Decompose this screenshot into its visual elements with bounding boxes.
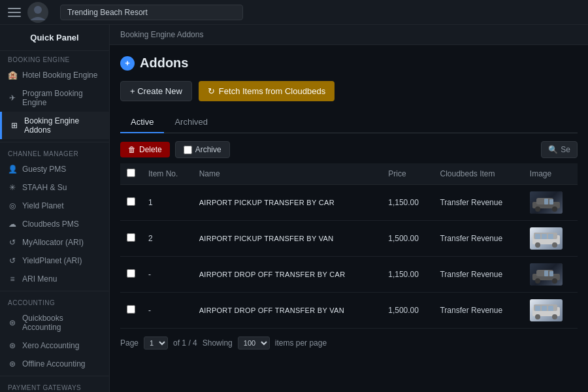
sidebar-label: Program Booking Engine	[22, 89, 101, 107]
sidebar-item-yieldplanet-ari[interactable]: ↺ YieldPlanet (ARI)	[0, 252, 109, 270]
fetch-cloudbeds-button[interactable]: ↻ Fetch Items from Cloudbeds	[199, 81, 335, 101]
sidebar-label: Quickbooks Accounting	[22, 314, 101, 332]
star-icon: ✳	[8, 183, 17, 192]
row-name: AIRPORT PICKUP TRANSFER BY CAR	[193, 185, 382, 221]
create-new-button[interactable]: + Create New	[120, 81, 192, 101]
sidebar-item-hotel-booking-engine[interactable]: 🏨 Hotel Booking Engine	[0, 66, 109, 84]
col-image: Image	[523, 163, 578, 185]
circle-icon: ◎	[8, 201, 17, 210]
svg-point-4	[552, 206, 557, 212]
row-checkbox[interactable]	[127, 269, 135, 278]
plane-icon: ✈	[8, 93, 17, 103]
row-checkbox[interactable]	[127, 305, 135, 314]
menu-icon[interactable]	[8, 8, 21, 17]
showing-label: Showing	[203, 338, 233, 348]
thumbnail-placeholder	[530, 191, 563, 214]
archive-button[interactable]: Archive	[175, 141, 230, 158]
svg-rect-26	[548, 306, 553, 311]
svg-rect-18	[549, 271, 553, 276]
sidebar-section-accounting: Accounting	[0, 294, 109, 309]
svg-rect-12	[542, 234, 547, 239]
svg-rect-5	[549, 199, 553, 204]
row-checkbox-cell	[120, 185, 142, 221]
fetch-icon: ↻	[208, 86, 215, 96]
table-row: -AIRPORT DROP OFF TRANSFER BY CAR1,150.0…	[120, 257, 578, 293]
svg-rect-19	[544, 270, 548, 276]
sidebar-item-staah-su[interactable]: ✳ STAAH & Su	[0, 178, 109, 197]
svg-rect-13	[548, 234, 553, 239]
fetch-label: Fetch Items from Cloudbeds	[219, 86, 325, 96]
row-checkbox[interactable]	[127, 233, 135, 242]
row-cloudbeds-item: Transfer Revenue	[433, 257, 523, 293]
svg-point-22	[535, 314, 540, 319]
delete-button[interactable]: 🗑 Delete	[120, 142, 170, 157]
archive-label: Archive	[195, 145, 221, 154]
svg-point-16	[535, 278, 540, 284]
sidebar-item-yield-planet[interactable]: ◎ Yield Planet	[0, 197, 109, 215]
user-icon: 👤	[8, 165, 17, 174]
sidebar-item-myallocator-ari[interactable]: ↺ MyAllocator (ARI)	[0, 233, 109, 252]
row-checkbox-cell	[120, 257, 142, 293]
search-icon: 🔍	[548, 145, 558, 154]
thumbnail-placeholder	[530, 263, 563, 286]
sidebar-item-booking-engine-addons[interactable]: ⊞ Booking Engine Addons	[0, 112, 109, 139]
of-text: of 1 / 4	[173, 338, 197, 348]
topbar-search-input[interactable]: Trending Beach Resort	[60, 5, 243, 20]
sidebar-item-guesty-pms[interactable]: 👤 Guesty PMS	[0, 160, 109, 178]
page-select[interactable]: 1	[144, 336, 168, 350]
row-item-no: -	[142, 257, 193, 293]
svg-point-0	[34, 6, 42, 14]
svg-rect-24	[535, 306, 540, 311]
table-row: 2AIRPORT PICKUP TRANSFER BY VAN1,500.00T…	[120, 221, 578, 257]
delete-label: Delete	[139, 145, 162, 154]
sidebar-item-offline-accounting[interactable]: ⊛ Offline Accounting	[0, 355, 109, 373]
page-title: Addons	[140, 56, 188, 71]
offline-icon: ⊛	[8, 359, 17, 368]
menu2-icon: ≡	[8, 274, 17, 284]
archive-checkbox[interactable]	[184, 146, 192, 154]
tab-archived[interactable]: Archived	[164, 112, 218, 133]
action-buttons: + Create New ↻ Fetch Items from Cloudbed…	[120, 81, 578, 101]
sidebar-section-channel-manager: Channel Manager	[0, 145, 109, 160]
hotel-icon: 🏨	[8, 71, 17, 80]
table-header: Item No. Name Price Cloudbeds Item Image	[120, 163, 578, 185]
sidebar-label: Guesty PMS	[22, 165, 66, 174]
search-button[interactable]: 🔍 Se	[541, 141, 578, 158]
per-page-select[interactable]: 100 50 25	[238, 336, 270, 350]
sidebar: Quick Panel Booking Engine 🏨 Hotel Booki…	[0, 25, 110, 392]
table-row: -AIRPORT DROP OFF TRANSFER BY VAN1,500.0…	[120, 293, 578, 329]
sidebar-item-xero-accounting[interactable]: ⊛ Xero Accounting	[0, 336, 109, 355]
sidebar-item-quickbooks-accounting[interactable]: ⊛ Quickbooks Accounting	[0, 309, 109, 336]
tab-active[interactable]: Active	[120, 112, 164, 133]
breadcrumb: Booking Engine Addons	[110, 25, 588, 45]
data-table: Item No. Name Price Cloudbeds Item Image…	[120, 163, 578, 329]
sidebar-item-program-booking-engine[interactable]: ✈ Program Booking Engine	[0, 84, 109, 112]
sidebar-label: Hotel Booking Engine	[22, 71, 97, 80]
row-price: 1,500.00	[382, 221, 433, 257]
item-thumbnail	[530, 227, 563, 250]
addons-icon: ⊞	[10, 121, 19, 130]
page-title-icon: +	[120, 56, 135, 71]
row-item-no: -	[142, 293, 193, 329]
row-checkbox[interactable]	[127, 197, 135, 206]
svg-rect-25	[542, 306, 547, 311]
table-row: 1AIRPORT PICKUP TRANSFER BY CAR1,150.00T…	[120, 185, 578, 221]
item-thumbnail	[530, 263, 563, 286]
col-name: Name	[193, 163, 382, 185]
svg-point-3	[535, 206, 540, 212]
sidebar-item-cloudbeds-pms[interactable]: ☁ Cloudbeds PMS	[0, 215, 109, 233]
sidebar-item-ari-menu[interactable]: ≡ ARI Menu	[0, 270, 109, 288]
item-name-text: AIRPORT DROP OFF TRANSFER BY VAN	[199, 306, 344, 314]
page-label: Page	[120, 338, 139, 348]
sidebar-label: MyAllocator (ARI)	[22, 238, 84, 247]
sidebar-section-payment-gateways: Payment Gateways	[0, 379, 109, 392]
trash-icon: 🗑	[128, 145, 136, 154]
svg-point-10	[552, 242, 557, 248]
select-all-checkbox[interactable]	[127, 169, 135, 177]
pagination: Page 1 of 1 / 4 Showing 100 50 25 items …	[120, 336, 578, 350]
sidebar-label: ARI Menu	[22, 274, 57, 284]
refresh-icon: ↺	[8, 238, 17, 247]
row-name: AIRPORT DROP OFF TRANSFER BY CAR	[193, 257, 382, 293]
row-price: 1,150.00	[382, 257, 433, 293]
sidebar-label: STAAH & Su	[22, 183, 67, 192]
